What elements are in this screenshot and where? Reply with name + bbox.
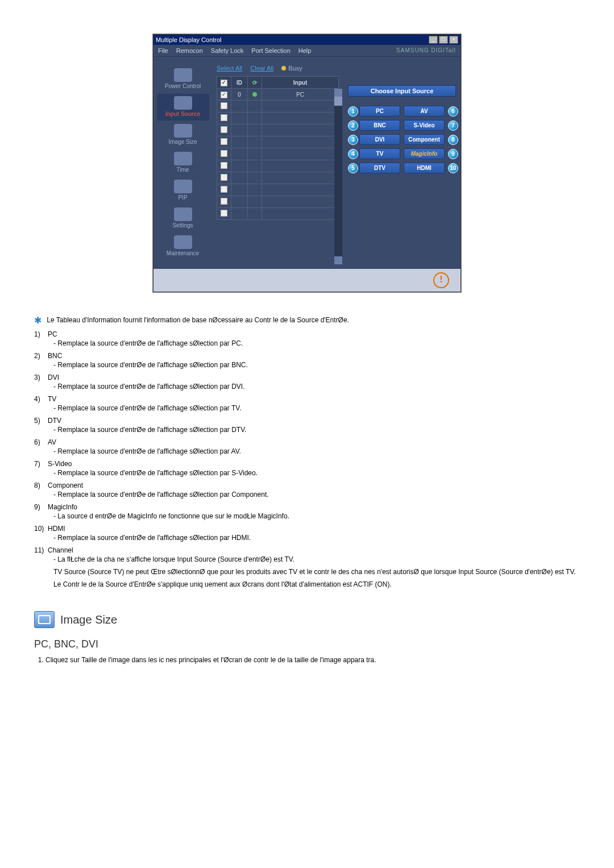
toolbar: Select All Clear All Busy <box>217 65 339 72</box>
sidebar: Power Control Input Source Image Size Ti… <box>154 57 212 269</box>
row-checkbox[interactable] <box>221 150 227 157</box>
center-panel: Select All Clear All Busy ID ⟳ Input 0 P… <box>212 57 343 269</box>
intro-line: ✱ Le Tableau d'Information fournit l'inf… <box>34 315 580 326</box>
display-grid: ID ⟳ Input 0 PC <box>217 76 339 220</box>
note-1: TV Source (Source TV) ne peut Œtre sØlec… <box>53 568 580 576</box>
steps-list: Cliquez sur Taille de l'image dans les i… <box>34 656 580 664</box>
callout-3: 3 <box>348 135 358 145</box>
table-row[interactable] <box>217 136 339 148</box>
scroll-thumb[interactable] <box>334 97 342 106</box>
source-dvi-button[interactable]: DVI <box>359 134 400 145</box>
list-item: 8)Component- Remplace la source d'entrØe… <box>34 481 580 499</box>
image-size-icon <box>174 124 192 138</box>
power-icon <box>174 68 192 82</box>
scrollbar[interactable] <box>334 89 342 264</box>
callout-9: 9 <box>448 149 458 159</box>
header-checkbox[interactable] <box>221 80 227 86</box>
row-input: PC <box>262 89 339 101</box>
window-controls: _ □ × <box>429 36 458 44</box>
clear-all-button[interactable]: Clear All <box>250 65 273 72</box>
sidebar-item-pip[interactable]: PIP <box>157 177 209 204</box>
row-checkbox[interactable] <box>221 162 227 169</box>
table-row[interactable]: 0 PC <box>217 89 339 101</box>
table-row[interactable] <box>217 124 339 136</box>
section-header: Image Size <box>34 611 580 628</box>
menu-port-selection[interactable]: Port Selection <box>251 47 290 54</box>
callout-8: 8 <box>448 135 458 145</box>
row-checkbox[interactable] <box>221 198 227 205</box>
table-row[interactable] <box>217 160 339 172</box>
row-checkbox[interactable] <box>221 126 227 133</box>
menu-remocon[interactable]: Remocon <box>176 47 203 54</box>
source-av-button[interactable]: AV <box>404 106 445 117</box>
brand-logo: SAMSUNG DIGITall <box>396 47 456 54</box>
busy-dot-icon <box>281 66 286 70</box>
minimize-button[interactable]: _ <box>429 36 438 44</box>
row-id: 0 <box>231 89 248 101</box>
pip-icon <box>174 180 192 193</box>
row-checkbox[interactable] <box>221 92 227 98</box>
row-checkbox[interactable] <box>221 114 227 121</box>
source-bnc-button[interactable]: BNC <box>359 120 400 131</box>
step-item: Cliquez sur Taille de l'image dans les i… <box>45 656 580 664</box>
sidebar-item-time[interactable]: Time <box>157 149 209 176</box>
row-checkbox[interactable] <box>221 138 227 145</box>
callout-5: 5 <box>348 163 358 173</box>
scroll-down-icon[interactable] <box>334 256 342 264</box>
table-row[interactable] <box>217 196 339 208</box>
titlebar: Multiple Display Control _ □ × <box>154 35 460 45</box>
time-icon <box>174 152 192 165</box>
source-hdmi-button[interactable]: HDMI <box>404 163 445 173</box>
source-svideo-button[interactable]: S-Video <box>404 120 445 131</box>
app-window: Multiple Display Control _ □ × File Remo… <box>153 34 461 292</box>
col-id: ID <box>231 77 248 89</box>
source-component-button[interactable]: Component <box>404 134 445 145</box>
star-icon: ✱ <box>34 315 42 325</box>
source-magicinfo-button[interactable]: MagicInfo <box>404 148 445 159</box>
sidebar-item-input-source[interactable]: Input Source <box>157 94 209 121</box>
table-row[interactable] <box>217 101 339 113</box>
sidebar-item-settings[interactable]: Settings <box>157 205 209 232</box>
list-item: 6)AV- Remplace la source d'entrØe de l'a… <box>34 438 580 455</box>
table-row[interactable] <box>217 113 339 124</box>
col-input: Input <box>262 77 339 89</box>
window-title: Multiple Display Control <box>156 36 222 43</box>
sidebar-item-image-size[interactable]: Image Size <box>157 122 209 148</box>
maintenance-icon <box>174 235 192 249</box>
sidebar-item-power-control[interactable]: Power Control <box>157 66 209 93</box>
source-dtv-button[interactable]: DTV <box>359 163 400 173</box>
description-list: 1)PC- Remplace la source d'entrØe de l'a… <box>34 330 580 563</box>
list-item: 3)DVI- Remplace la source d'entrØe de l'… <box>34 373 580 391</box>
source-pc-button[interactable]: PC <box>359 106 400 117</box>
source-buttons: 1 PC AV 6 2 BNC S-Video 7 3 DVI Componen… <box>348 106 456 173</box>
choose-input-header: Choose Input Source <box>348 85 456 97</box>
scroll-up-icon[interactable] <box>334 89 342 97</box>
menu-safety-lock[interactable]: Safety Lock <box>211 47 243 54</box>
close-button[interactable]: × <box>449 36 458 44</box>
source-tv-button[interactable]: TV <box>359 148 400 159</box>
menu-help[interactable]: Help <box>298 47 312 54</box>
select-all-button[interactable]: Select All <box>217 65 242 72</box>
callout-1: 1 <box>348 106 358 117</box>
list-item: 5)DTV- Remplace la source d'entrØe de l'… <box>34 417 580 434</box>
image-size-section-icon <box>34 611 55 628</box>
maximize-button[interactable]: □ <box>439 36 448 44</box>
list-item: 4)TV- Remplace la source d'entrØe de l'a… <box>34 395 580 412</box>
row-checkbox[interactable] <box>221 186 227 193</box>
table-row[interactable] <box>217 184 339 196</box>
input-source-icon <box>174 96 192 110</box>
menu-file[interactable]: File <box>158 47 168 54</box>
list-item: 9)MagicInfo- La source d entrØe de Magic… <box>34 503 580 520</box>
table-row[interactable] <box>217 148 339 160</box>
sidebar-item-maintenance[interactable]: Maintenance <box>157 233 209 260</box>
table-row[interactable] <box>217 208 339 220</box>
row-checkbox[interactable] <box>221 174 227 181</box>
callout-4: 4 <box>348 149 358 159</box>
row-checkbox[interactable] <box>221 210 227 217</box>
col-status: ⟳ <box>248 77 262 89</box>
row-checkbox[interactable] <box>221 102 227 109</box>
statusbar: ! <box>154 269 460 292</box>
list-item: 10)HDMI- Remplace la source d'entrØe de … <box>34 525 580 542</box>
callout-2: 2 <box>348 121 358 131</box>
table-row[interactable] <box>217 172 339 184</box>
